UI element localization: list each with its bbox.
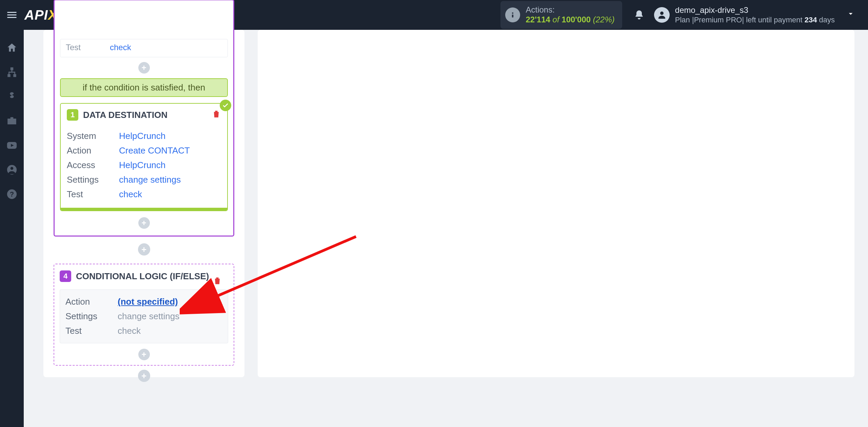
actions-counter[interactable]: Actions: 22'114 of 100'000 (22%) xyxy=(500,1,622,29)
test-text: check xyxy=(118,326,141,336)
svg-rect-4 xyxy=(8,75,10,77)
svg-text:?: ? xyxy=(10,190,14,198)
info-icon xyxy=(505,7,520,22)
plan-days: 234 xyxy=(805,16,817,24)
add-step-button[interactable]: + xyxy=(138,370,150,382)
chevron-down-icon xyxy=(847,10,854,20)
trash-icon xyxy=(212,109,221,119)
row-label: Settings xyxy=(65,311,110,322)
svg-point-8 xyxy=(11,167,14,170)
sitemap-icon xyxy=(6,66,18,78)
user-name: demo_apix-drive_s3 xyxy=(675,5,835,15)
row-label: Settings xyxy=(67,175,111,185)
avatar xyxy=(654,7,670,23)
row-label: System xyxy=(67,131,111,141)
action-not-specified-link[interactable]: (not specified) xyxy=(118,297,178,307)
block-body: Action(not specified) Settingschange set… xyxy=(60,289,228,343)
row-label: Test xyxy=(66,43,86,52)
left-nav: ? xyxy=(0,30,24,427)
actions-pct: (22%) xyxy=(593,15,615,24)
block-header: 1 DATA DESTINATION xyxy=(61,104,227,126)
data-destination-block[interactable]: 1 DATA DESTINATION SystemHelpCrunch Acti… xyxy=(60,103,228,211)
block-title: DATA DESTINATION xyxy=(83,110,167,120)
briefcase-icon xyxy=(6,115,18,127)
add-step-button[interactable]: + xyxy=(138,349,150,360)
svg-rect-3 xyxy=(11,68,13,70)
nav-help[interactable]: ? xyxy=(0,188,24,200)
hamburger-icon xyxy=(6,9,18,21)
actions-of: of xyxy=(553,15,559,24)
block-number: 4 xyxy=(60,270,71,282)
youtube-icon xyxy=(6,140,18,151)
block-title: CONDITIONAL LOGIC (IF/ELSE) xyxy=(76,271,209,282)
svg-point-2 xyxy=(660,12,664,15)
settings-text: change settings xyxy=(118,311,179,322)
add-step-button[interactable]: + xyxy=(138,243,150,256)
notifications-button[interactable] xyxy=(630,9,648,20)
row-label: Test xyxy=(65,326,110,336)
row-label: Action xyxy=(67,145,111,156)
nav-home[interactable] xyxy=(0,42,24,54)
test-link[interactable]: check xyxy=(119,189,142,200)
block-body: SystemHelpCrunch ActionCreate CONTACT Ac… xyxy=(61,126,227,208)
condition-container: Test check + if the condition is satisfi… xyxy=(54,0,234,237)
trash-icon xyxy=(213,276,222,285)
delete-button[interactable] xyxy=(212,109,221,119)
plan-suffix: days xyxy=(817,16,835,24)
nav-briefcase[interactable] xyxy=(0,115,24,127)
svg-rect-5 xyxy=(14,75,16,77)
block-accent xyxy=(61,208,227,210)
nav-connections[interactable] xyxy=(0,66,24,78)
question-icon: ? xyxy=(6,188,18,200)
dollar-icon xyxy=(6,91,18,102)
action-link[interactable]: Create CONTACT xyxy=(119,145,190,156)
actions-text: Actions: 22'114 of 100'000 (22%) xyxy=(526,5,614,25)
home-icon xyxy=(6,42,18,54)
row-label: Action xyxy=(65,297,110,307)
actions-total: 100'000 xyxy=(561,15,591,24)
nav-billing[interactable] xyxy=(0,91,24,102)
add-step-button[interactable]: + xyxy=(138,62,150,74)
add-step-button[interactable]: + xyxy=(138,217,150,229)
plan-prefix: Plan |Premium PRO| left until payment xyxy=(675,16,805,24)
system-link[interactable]: HelpCrunch xyxy=(119,131,165,141)
user-circle-icon xyxy=(6,164,18,176)
bell-icon xyxy=(634,9,645,20)
main: Test check + if the condition is satisfi… xyxy=(24,30,868,427)
user-menu[interactable]: demo_apix-drive_s3 Plan |Premium PRO| le… xyxy=(654,5,868,25)
block-header: 4 CONDITIONAL LOGIC (IF/ELSE) xyxy=(60,270,228,282)
user-lines: demo_apix-drive_s3 Plan |Premium PRO| le… xyxy=(675,5,835,25)
block-number: 1 xyxy=(67,109,78,121)
menu-toggle[interactable] xyxy=(0,0,24,30)
actions-used: 22'114 xyxy=(526,15,550,24)
right-panel xyxy=(258,30,854,377)
settings-link[interactable]: change settings xyxy=(119,175,181,185)
user-plan: Plan |Premium PRO| left until payment 23… xyxy=(675,15,835,25)
row-label: Test xyxy=(67,189,111,200)
actions-label: Actions: xyxy=(526,5,614,15)
prev-block-tail: Test check xyxy=(60,39,228,57)
row-label: Access xyxy=(67,160,111,170)
access-link[interactable]: HelpCrunch xyxy=(119,160,165,170)
user-icon xyxy=(657,10,667,20)
check-link[interactable]: check xyxy=(110,43,131,52)
conditional-logic-block[interactable]: 4 CONDITIONAL LOGIC (IF/ELSE) Action(not… xyxy=(54,264,234,366)
flow-panel: Test check + if the condition is satisfi… xyxy=(43,30,244,377)
svg-point-0 xyxy=(512,12,513,14)
condition-banner: if the condition is satisfied, then xyxy=(60,78,228,97)
delete-button[interactable] xyxy=(213,276,222,285)
nav-youtube[interactable] xyxy=(0,140,24,151)
svg-rect-1 xyxy=(512,15,513,18)
nav-profile[interactable] xyxy=(0,164,24,176)
